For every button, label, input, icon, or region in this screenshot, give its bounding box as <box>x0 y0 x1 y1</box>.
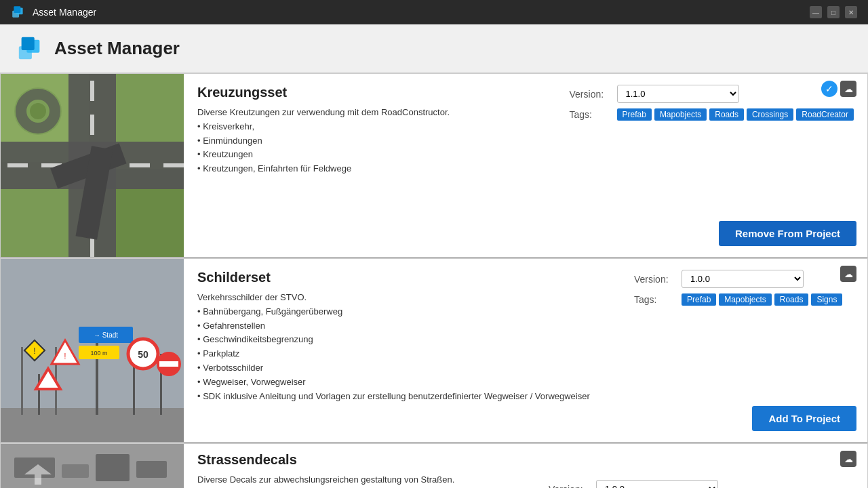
add-to-project-button-schilderset[interactable]: Add To Project <box>752 406 856 431</box>
window-controls: — □ ✕ <box>810 6 857 18</box>
version-label-3: Version: <box>549 484 589 489</box>
svg-rect-23 <box>1 408 184 442</box>
cloud-only-icon-strassendecals: ☁ <box>840 451 856 467</box>
svg-rect-12 <box>90 115 94 135</box>
remove-from-project-button-kreuzungsset[interactable]: Remove From Project <box>719 221 856 246</box>
svg-rect-15 <box>7 163 28 167</box>
svg-rect-2 <box>14 6 20 13</box>
svg-text:100 m: 100 m <box>90 350 107 357</box>
maximize-button[interactable]: □ <box>827 6 840 18</box>
svg-rect-5 <box>22 37 35 49</box>
tag-roads[interactable]: Roads <box>709 108 744 121</box>
titlebar: Asset Manager — □ ✕ <box>0 0 868 24</box>
app: Asset Manager — □ ✕ Asset Manager <box>0 0 868 488</box>
asset-name-schilderset: Schilderset <box>197 270 623 285</box>
svg-text:!: ! <box>64 352 66 361</box>
tag-prefab-2[interactable]: Prefab <box>682 293 716 306</box>
asset-card-kreuzungsset: ✓ ☁ Kreuzungsset Diverse Kreutzungen zur… <box>0 73 868 258</box>
svg-rect-13 <box>90 203 94 223</box>
version-row-kreuzungsset: Version: 1.1.0 1.0.0 <box>570 85 854 103</box>
tags-kreuzungsset: Prefab Mapobjects Roads Crossings RoadCr… <box>617 108 854 121</box>
cloud-only-icon-schilderset: ☁ <box>840 266 856 282</box>
svg-rect-40 <box>159 361 178 367</box>
asset-description-schilderset: Verkehrsschilder der STVO. • Bahnübergan… <box>197 291 623 403</box>
svg-rect-14 <box>90 237 94 257</box>
cloud-icon: ☁ <box>840 81 856 97</box>
header: Asset Manager <box>0 24 868 73</box>
version-select-strassendecals[interactable]: 1.0.0 <box>596 480 718 488</box>
close-button[interactable]: ✕ <box>845 6 857 18</box>
tag-prefab[interactable]: Prefab <box>617 108 652 121</box>
asset-info-schilderset: ☁ Schilderset Verkehrsschilder der STVO.… <box>184 259 867 442</box>
asset-info-kreuzungsset: ✓ ☁ Kreuzungsset Diverse Kreutzungen zur… <box>184 74 867 257</box>
asset-list: ✓ ☁ Kreuzungsset Diverse Kreutzungen zur… <box>0 73 868 488</box>
version-select-schilderset[interactable]: 1.0.0 <box>682 270 804 288</box>
asset-name-kreuzungsset: Kreuzungsset <box>197 85 559 100</box>
titlebar-title: Asset Manager <box>33 7 96 18</box>
svg-text:→ Stadt: → Stadt <box>94 331 118 339</box>
thumbnail-strassendecals <box>1 444 184 488</box>
tags-row-schilderset: Tags: Prefab Mapobjects Roads Signs <box>634 293 854 306</box>
asset-name-strassendecals: Strassendecals <box>197 452 854 468</box>
status-icons-schilderset: ☁ <box>840 266 856 282</box>
status-icons-strassendecals: ☁ <box>840 451 856 467</box>
svg-rect-18 <box>163 163 184 167</box>
tag-mapobjects[interactable]: Mapobjects <box>654 108 707 121</box>
tag-crossings[interactable]: Crossings <box>747 108 793 121</box>
version-label: Version: <box>570 89 610 100</box>
status-icons-kreuzungsset: ✓ ☁ <box>821 81 856 97</box>
tags-label-2: Tags: <box>634 294 675 305</box>
svg-rect-9 <box>68 74 116 257</box>
tag-mapobjects-2[interactable]: Mapobjects <box>719 293 771 306</box>
svg-rect-45 <box>62 464 89 478</box>
app-logo-icon <box>11 5 26 20</box>
svg-text:50: 50 <box>138 349 149 360</box>
version-row-schilderset: Version: 1.0.0 <box>634 270 854 288</box>
asset-description-kreuzungsset: Diverse Kreutzungen zur verwendung mit d… <box>197 106 559 176</box>
svg-point-21 <box>30 103 46 119</box>
tags-schilderset: Prefab Mapobjects Roads Signs <box>682 293 842 306</box>
svg-rect-11 <box>90 81 94 101</box>
header-title: Asset Manager <box>54 38 180 59</box>
svg-rect-46 <box>96 454 130 481</box>
check-icon: ✓ <box>821 81 837 97</box>
version-label-2: Version: <box>634 274 675 285</box>
tag-roads-2[interactable]: Roads <box>774 293 809 306</box>
thumbnail-kreuzungsset <box>1 74 184 257</box>
svg-text:!: ! <box>33 346 35 356</box>
tags-row-kreuzungsset: Tags: Prefab Mapobjects Roads Crossings … <box>570 108 854 121</box>
version-select-kreuzungsset[interactable]: 1.1.0 1.0.0 <box>617 85 739 103</box>
header-logo-icon <box>16 35 45 63</box>
thumbnail-schilderset: ! ! → Stadt 100 m 50 <box>1 259 184 442</box>
minimize-button[interactable]: — <box>810 6 822 18</box>
asset-card-schilderset: ! ! → Stadt 100 m 50 <box>0 258 868 443</box>
tag-roadcreator[interactable]: RoadCreator <box>796 108 854 121</box>
asset-card-strassendecals: ☁ Strassendecals Diverse Decals zur abwe… <box>0 443 868 488</box>
tag-signs[interactable]: Signs <box>811 293 842 306</box>
svg-rect-17 <box>130 163 150 167</box>
svg-rect-16 <box>41 163 62 167</box>
asset-description-strassendecals: Diverse Decals zur abwechslungsreichen g… <box>197 473 854 487</box>
tags-label: Tags: <box>570 109 610 120</box>
svg-rect-47 <box>136 461 167 478</box>
svg-rect-24 <box>21 347 23 415</box>
asset-info-strassendecals: ☁ Strassendecals Diverse Decals zur abwe… <box>184 444 867 488</box>
svg-rect-10 <box>1 142 184 189</box>
